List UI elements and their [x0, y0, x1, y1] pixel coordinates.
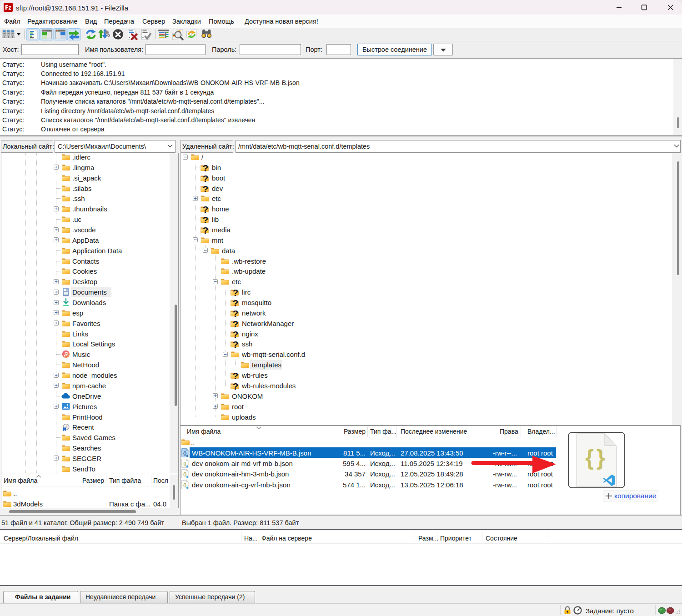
svg-text:{}: {} — [585, 446, 607, 470]
